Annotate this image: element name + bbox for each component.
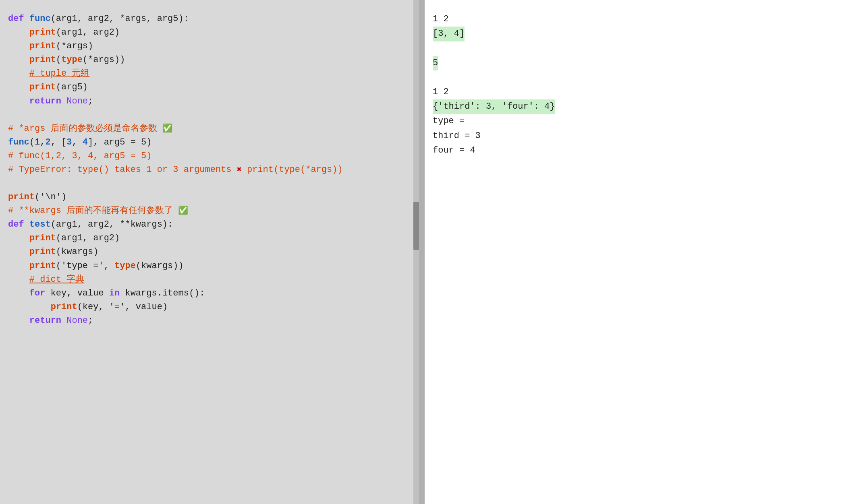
func-name: func	[29, 14, 51, 24]
output-line-6: {'third': 3, 'four': 4}	[433, 99, 859, 114]
code-line-21: return None;	[8, 314, 407, 328]
fn-print: print	[29, 261, 56, 271]
output-block-2: 5	[433, 56, 859, 70]
fn-print: print	[51, 302, 77, 312]
keyword-none: None	[66, 96, 88, 106]
comment-kwargs: # **kwargs 后面的不能再有任何参数了	[8, 206, 178, 216]
output-gap-1	[433, 41, 859, 56]
code-line-17: print('type =', type(kwargs))	[8, 259, 407, 273]
code-line-6: print(arg5)	[8, 81, 407, 94]
keyword-in: in	[109, 288, 120, 298]
func-call: func	[8, 137, 29, 147]
code-line-3: print(*args)	[8, 39, 407, 53]
cross-icon: ✖	[237, 165, 242, 174]
code-line-4: print(type(*args))	[8, 53, 407, 67]
blank-line-2	[8, 177, 407, 190]
code-line-19: for key, value in kwargs.items():	[8, 287, 407, 300]
comment-dict: # dict 字典	[29, 275, 84, 285]
code-line-12: print('\n')	[8, 190, 407, 204]
comment-func: # func(1,2, 3, 4, arg5 = 5)	[8, 151, 151, 161]
scrollbar-thumb[interactable]	[413, 202, 419, 250]
check-icon: ✅	[162, 124, 172, 133]
code-line-8: # *args 后面的参数必须是命名参数 ✅	[8, 122, 407, 136]
output-line-4: 5	[433, 56, 859, 70]
output-line-2: [3, 4]	[433, 27, 859, 41]
output-block-3: 1 2 {'third': 3, 'four': 4} type = third…	[433, 85, 859, 158]
fn-print: print	[8, 192, 35, 202]
keyword-for: for	[29, 288, 46, 298]
code-line-14: def test(arg1, arg2, **kwargs):	[8, 218, 407, 231]
keyword-return-2: return	[29, 316, 61, 326]
output-panel: 1 2 [3, 4] 5 1 2 {'third': 3, 'four': 4}…	[425, 0, 867, 504]
code-line-1: def func(arg1, arg2, *args, arg5):	[8, 12, 407, 26]
code-line-20: print(key, '=', value)	[8, 300, 407, 314]
code-line-7: return None;	[8, 95, 407, 108]
code-line-18: # dict 字典	[8, 273, 407, 287]
fn-print: print	[29, 55, 56, 65]
comment-typeerror: # TypeError: type() takes 1	[8, 165, 157, 175]
code-panel: def func(arg1, arg2, *args, arg5): print…	[0, 0, 419, 504]
panel-divider	[419, 0, 425, 504]
scrollbar[interactable]	[413, 0, 419, 504]
code-line-5: # tuple 元组	[8, 67, 407, 81]
code-line-2: print(arg1, arg2)	[8, 26, 407, 39]
keyword-def: def	[8, 14, 24, 24]
code-line-13: # **kwargs 后面的不能再有任何参数了 ✅	[8, 204, 407, 218]
output-highlighted-2: 5	[433, 56, 438, 70]
keyword-none-2: None	[66, 316, 88, 326]
fn-print: print	[29, 247, 56, 257]
blank-line	[8, 108, 407, 122]
output-line-1: 1 2	[433, 12, 859, 27]
code-line-15: print(arg1, arg2)	[8, 231, 407, 245]
output-line-9: four = 4	[433, 143, 859, 158]
output-line-5: 1 2	[433, 85, 859, 99]
num-2: 2	[45, 137, 50, 147]
output-line-8: third = 3	[433, 129, 859, 143]
num-4: 4	[83, 137, 88, 147]
code-line-16: print(kwargs)	[8, 245, 407, 259]
fn-print: print	[29, 27, 56, 37]
fn-test: test	[29, 219, 51, 229]
fn-print: print	[29, 233, 56, 243]
fn-print: print	[29, 41, 56, 51]
comment-args: # *args 后面的参数必须是命名参数	[8, 124, 162, 134]
fn-print: print	[29, 82, 56, 92]
output-gap-2	[433, 70, 859, 85]
fn-type: type	[61, 55, 83, 65]
output-highlighted-1: [3, 4]	[433, 27, 465, 41]
code-line-11: # TypeError: type() takes 1 or 3 argumen…	[8, 163, 407, 177]
code-line-9: func(1,2, [3, 4], arg5 = 5)	[8, 136, 407, 149]
output-block-1: 1 2 [3, 4]	[433, 12, 859, 41]
fn-type-2: type	[114, 261, 136, 271]
num-3: 3	[66, 137, 72, 147]
keyword-def-2: def	[8, 219, 24, 229]
output-highlighted-3: {'third': 3, 'four': 4}	[433, 99, 555, 114]
keyword-return: return	[29, 96, 61, 106]
output-line-7: type =	[433, 114, 859, 128]
code-line-10: # func(1,2, 3, 4, arg5 = 5)	[8, 149, 407, 163]
check-icon-2: ✅	[178, 206, 188, 215]
comment-tuple: # tuple 元组	[29, 68, 90, 78]
